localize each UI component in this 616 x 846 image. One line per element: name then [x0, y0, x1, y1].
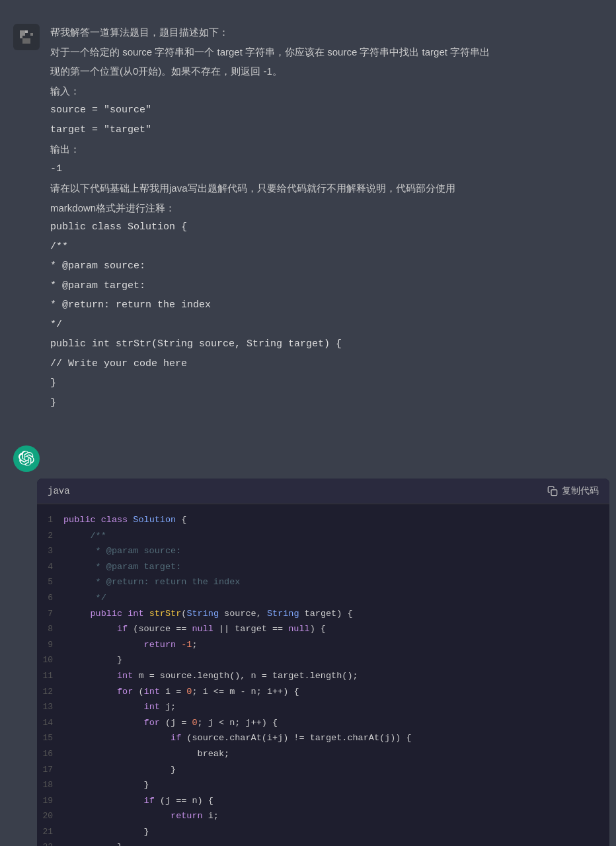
- line-content: public int strStr(String source, String …: [63, 607, 353, 621]
- line-content: }: [63, 653, 122, 668]
- line-number: 3: [37, 546, 63, 556]
- table-row: 3 * @param source:: [37, 543, 609, 559]
- table-row: 6 */: [37, 590, 609, 606]
- msg-line-3: 现的第一个位置(从0开始)。如果不存在，则返回 -1。: [50, 63, 603, 80]
- line-number: 19: [37, 796, 63, 806]
- line-number: 10: [37, 655, 63, 665]
- line-number: 7: [37, 609, 63, 619]
- table-row: 9 return -1;: [37, 637, 609, 653]
- chat-area: 帮我解答一道算法题目，题目描述如下： 对于一个给定的 source 字符串和一个…: [0, 0, 616, 424]
- code-block-header: java 复制代码: [37, 479, 609, 504]
- line-number: 1: [37, 515, 63, 525]
- line-content: if (source.charAt(i+j) != target.charAt(…: [63, 731, 412, 746]
- table-row: 19 if (j == n) {: [37, 793, 609, 809]
- line-content: * @param target:: [63, 560, 181, 574]
- line-content: if (source == null || target == null) {: [63, 622, 326, 636]
- user-message-row: 帮我解答一道算法题目，题目描述如下： 对于一个给定的 source 字符串和一个…: [0, 13, 616, 424]
- table-row: 4 * @param target:: [37, 559, 609, 575]
- table-row: 5 * @return: return the index: [37, 574, 609, 590]
- table-row: 8 if (source == null || target == null) …: [37, 621, 609, 637]
- msg-line-19: }: [50, 375, 603, 392]
- line-content: for (int i = 0; i <= m - n; i++) {: [63, 685, 299, 699]
- msg-line-10: markdown格式并进行注释：: [50, 200, 603, 217]
- line-content: for (j = 0; j < n; j++) {: [63, 716, 278, 730]
- table-row: 12 for (int i = 0; i <= m - n; i++) {: [37, 684, 609, 700]
- line-number: 15: [37, 733, 63, 743]
- line-content: * @return: return the index: [63, 575, 240, 590]
- svg-rect-1: [20, 30, 25, 36]
- svg-rect-3: [20, 36, 22, 38]
- line-number: 2: [37, 531, 63, 541]
- user-message-content: 帮我解答一道算法题目，题目描述如下： 对于一个给定的 source 字符串和一个…: [50, 24, 603, 414]
- msg-line-8: -1: [50, 161, 603, 178]
- line-number: 22: [37, 842, 63, 846]
- table-row: 2 /**: [37, 528, 609, 544]
- msg-line-1: 帮我解答一道算法题目，题目描述如下：: [50, 24, 603, 41]
- msg-line-11: public class Solution {: [50, 219, 603, 236]
- line-content: }: [63, 840, 122, 846]
- msg-line-2: 对于一个给定的 source 字符串和一个 target 字符串，你应该在 so…: [50, 44, 603, 61]
- line-number: 4: [37, 562, 63, 572]
- line-number: 16: [37, 749, 63, 759]
- line-content: int j;: [63, 700, 176, 714]
- table-row: 13 int j;: [37, 699, 609, 715]
- line-number: 5: [37, 577, 63, 587]
- line-content: return i;: [63, 809, 219, 824]
- line-number: 9: [37, 640, 63, 650]
- table-row: 18 }: [37, 777, 609, 793]
- svg-rect-6: [551, 490, 557, 496]
- svg-rect-2: [25, 30, 28, 33]
- msg-line-5: source = "source": [50, 102, 603, 119]
- line-number: 20: [37, 811, 63, 821]
- copy-code-button[interactable]: 复制代码: [547, 485, 599, 497]
- line-content: public class Solution {: [63, 513, 186, 527]
- msg-line-14: * @param target:: [50, 278, 603, 295]
- table-row: 16 break;: [37, 746, 609, 762]
- copy-icon: [547, 486, 558, 496]
- line-content: if (j == n) {: [63, 794, 213, 808]
- msg-line-4: 输入：: [50, 83, 603, 100]
- copy-button-label: 复制代码: [562, 485, 599, 497]
- line-content: int m = source.length(), n = target.leng…: [63, 669, 358, 683]
- svg-rect-5: [30, 33, 33, 36]
- msg-line-20: }: [50, 395, 603, 412]
- line-number: 8: [37, 624, 63, 634]
- user-avatar: [13, 24, 40, 50]
- table-row: 21 }: [37, 824, 609, 840]
- table-row: 7 public int strStr(String source, Strin…: [37, 606, 609, 622]
- table-row: 14 for (j = 0; j < n; j++) {: [37, 715, 609, 731]
- table-row: 20 return i;: [37, 808, 609, 824]
- line-content: /**: [63, 529, 106, 543]
- line-number: 12: [37, 687, 63, 697]
- table-row: 11 int m = source.length(), n = target.l…: [37, 668, 609, 684]
- line-number: 17: [37, 765, 63, 775]
- table-row: 10 }: [37, 652, 609, 668]
- msg-line-15: * @return: return the index: [50, 297, 603, 314]
- table-row: 22 }: [37, 839, 609, 846]
- line-content: }: [63, 778, 149, 792]
- line-number: 11: [37, 671, 63, 681]
- table-row: 15 if (source.charAt(i+j) != target.char…: [37, 730, 609, 746]
- line-content: }: [63, 825, 149, 839]
- line-number: 18: [37, 780, 63, 790]
- line-number: 21: [37, 827, 63, 837]
- section-divider: [0, 424, 616, 432]
- msg-line-7: 输出：: [50, 141, 603, 158]
- ai-response-area: java 复制代码 1public class Solution {2 /**3…: [0, 432, 616, 846]
- code-language-label: java: [48, 486, 70, 496]
- code-block-body: 1public class Solution {2 /**3 * @param …: [37, 504, 609, 846]
- msg-line-16: */: [50, 317, 603, 334]
- line-number: 6: [37, 593, 63, 603]
- line-content: */: [63, 591, 106, 605]
- msg-line-6: target = "target": [50, 122, 603, 139]
- code-block-wrapper: java 复制代码 1public class Solution {2 /**3…: [37, 479, 609, 846]
- msg-line-13: * @param source:: [50, 258, 603, 275]
- line-content: }: [63, 763, 176, 777]
- table-row: 1public class Solution {: [37, 512, 609, 528]
- line-content: break;: [63, 747, 229, 761]
- msg-line-12: /**: [50, 239, 603, 256]
- line-number: 14: [37, 718, 63, 728]
- msg-line-18: // Write your code here: [50, 356, 603, 373]
- svg-rect-4: [22, 38, 30, 44]
- line-content: * @param source:: [63, 544, 181, 558]
